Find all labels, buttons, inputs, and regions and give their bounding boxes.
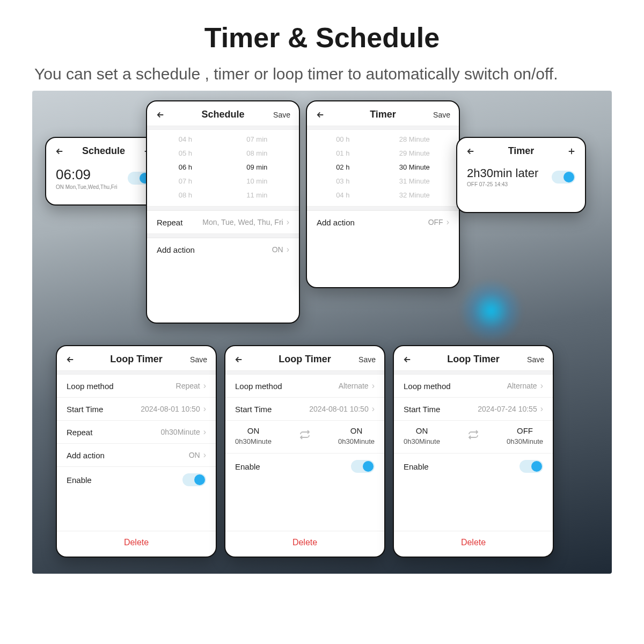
- loop-timer-card-alternate-b: Loop Timer Save Loop method Alternate› S…: [393, 345, 554, 558]
- back-icon: [316, 110, 325, 120]
- chevron-right-icon: ›: [203, 450, 206, 460]
- back-icon: [156, 110, 165, 120]
- timer-item[interactable]: 2h30min later OFF 07-25 14:43: [467, 166, 575, 187]
- alternate-durations[interactable]: ON 0h30Minute OFF 0h30Minute: [394, 420, 553, 453]
- loop-method-row[interactable]: Loop method Repeat›: [57, 375, 216, 397]
- save-button[interactable]: Save: [266, 111, 290, 119]
- chevron-right-icon: ›: [540, 404, 543, 414]
- back-icon: [402, 355, 412, 364]
- enable-row: Enable: [225, 453, 384, 479]
- minute-column[interactable]: 28 Minute 29 Minute 30 Minute 31 Minute …: [399, 134, 430, 201]
- card-title: Timer: [491, 145, 552, 157]
- save-button[interactable]: Save: [182, 355, 207, 364]
- timer-toggle[interactable]: [552, 171, 575, 184]
- back-button[interactable]: [65, 355, 90, 364]
- schedule-summary-card: Schedule 06:09 ON Mon,Tue,Wed,Thu,Fri: [45, 137, 162, 206]
- action-value: ON: [272, 245, 283, 254]
- enable-toggle[interactable]: [519, 460, 543, 473]
- stage: Schedule 06:09 ON Mon,Tue,Wed,Thu,Fri: [32, 91, 612, 574]
- enable-row: Enable: [394, 453, 553, 479]
- enable-toggle[interactable]: [182, 473, 206, 486]
- card-title: Loop Timer: [427, 354, 519, 365]
- repeat-label: Repeat: [157, 218, 182, 227]
- schedule-item[interactable]: 06:09 ON Mon,Tue,Wed,Thu,Fri: [56, 166, 151, 190]
- time-picker[interactable]: 04 h 05 h 06 h 07 h 08 h 07 min 08 min 0…: [147, 130, 299, 206]
- add-action-row[interactable]: Add action OFF›: [307, 210, 459, 233]
- back-button[interactable]: [466, 147, 491, 156]
- action-value: OFF: [428, 218, 443, 226]
- loop-timer-card-alternate-a: Loop Timer Save Loop method Alternate› S…: [224, 345, 385, 558]
- repeat-row[interactable]: Repeat Mon, Tue, Wed, Thu, Fri›: [147, 210, 299, 233]
- back-button[interactable]: [316, 110, 340, 120]
- enable-toggle[interactable]: [351, 460, 375, 473]
- swap-icon: [298, 428, 311, 443]
- loop-method-row[interactable]: Loop method Alternate›: [394, 375, 553, 397]
- save-button[interactable]: Save: [519, 355, 544, 364]
- plus-icon: [567, 147, 576, 156]
- add-action-label: Add action: [157, 245, 195, 254]
- page-title: Timer & Schedule: [32, 21, 612, 54]
- delete-button[interactable]: Delete: [57, 531, 216, 554]
- timer-countdown: 2h30min later: [467, 166, 538, 180]
- timer-editor-card: Timer Save 00 h 01 h 02 h 03 h 04 h 28 M…: [306, 100, 460, 288]
- chevron-right-icon: ›: [372, 381, 375, 391]
- swap-icon: [467, 428, 480, 443]
- alternate-durations[interactable]: ON 0h30Minute ON 0h30Minute: [225, 420, 384, 453]
- timer-summary-card: Timer 2h30min later OFF 07-25 14:43: [456, 137, 586, 213]
- delete-button[interactable]: Delete: [225, 531, 384, 554]
- page-subtitle: You can set a schedule , timer or loop t…: [32, 63, 612, 84]
- chevron-right-icon: ›: [203, 404, 206, 414]
- add-action-row[interactable]: Add action ON›: [147, 238, 299, 261]
- hour-column[interactable]: 00 h 01 h 02 h 03 h 04 h: [336, 134, 349, 201]
- back-icon: [55, 147, 64, 156]
- add-action-row[interactable]: Add action ON›: [57, 443, 216, 466]
- chevron-right-icon: ›: [372, 404, 375, 414]
- save-button[interactable]: Save: [426, 111, 450, 119]
- loop-timer-card-repeat: Loop Timer Save Loop method Repeat› Star…: [56, 345, 217, 558]
- chevron-right-icon: ›: [540, 381, 543, 391]
- start-time-row[interactable]: Start Time 2024-08-01 10:50›: [57, 397, 216, 420]
- chevron-right-icon: ›: [203, 427, 206, 437]
- back-button[interactable]: [402, 355, 427, 364]
- card-title: Schedule: [79, 145, 128, 157]
- chevron-right-icon: ›: [447, 217, 449, 227]
- schedule-editor-card: Schedule Save 04 h 05 h 06 h 07 h 08 h 0…: [146, 100, 300, 324]
- save-button[interactable]: Save: [351, 355, 376, 364]
- card-title: Timer: [340, 109, 426, 120]
- duration-picker[interactable]: 00 h 01 h 02 h 03 h 04 h 28 Minute 29 Mi…: [307, 130, 459, 206]
- add-action-label: Add action: [317, 218, 355, 227]
- delete-button[interactable]: Delete: [394, 531, 553, 554]
- back-button[interactable]: [234, 355, 259, 364]
- card-title: Schedule: [180, 109, 266, 120]
- minute-column[interactable]: 07 min 08 min 09 min 10 min 11 min: [246, 134, 267, 201]
- repeat-row[interactable]: Repeat 0h30Minute›: [57, 420, 216, 443]
- repeat-value: Mon, Tue, Wed, Thu, Fri: [202, 218, 283, 226]
- chevron-right-icon: ›: [287, 245, 289, 254]
- schedule-time: 06:09: [56, 166, 117, 183]
- back-button[interactable]: [156, 110, 180, 120]
- schedule-meta: ON Mon,Tue,Wed,Thu,Fri: [56, 184, 117, 190]
- back-icon: [234, 355, 244, 364]
- loop-method-row[interactable]: Loop method Alternate›: [225, 375, 384, 397]
- chevron-right-icon: ›: [203, 381, 206, 391]
- back-icon: [466, 147, 475, 156]
- card-title: Loop Timer: [90, 354, 182, 365]
- enable-row: Enable: [57, 466, 216, 493]
- timer-meta: OFF 07-25 14:43: [467, 181, 538, 187]
- hour-column[interactable]: 04 h 05 h 06 h 07 h 08 h: [179, 134, 192, 201]
- chevron-right-icon: ›: [287, 217, 289, 227]
- back-icon: [65, 355, 75, 364]
- decorative-glow: [459, 279, 523, 343]
- start-time-row[interactable]: Start Time 2024-08-01 10:50›: [225, 397, 384, 420]
- start-time-row[interactable]: Start Time 2024-07-24 10:55›: [394, 397, 553, 420]
- back-button[interactable]: [55, 147, 79, 156]
- add-button[interactable]: [552, 147, 576, 156]
- card-title: Loop Timer: [259, 354, 351, 365]
